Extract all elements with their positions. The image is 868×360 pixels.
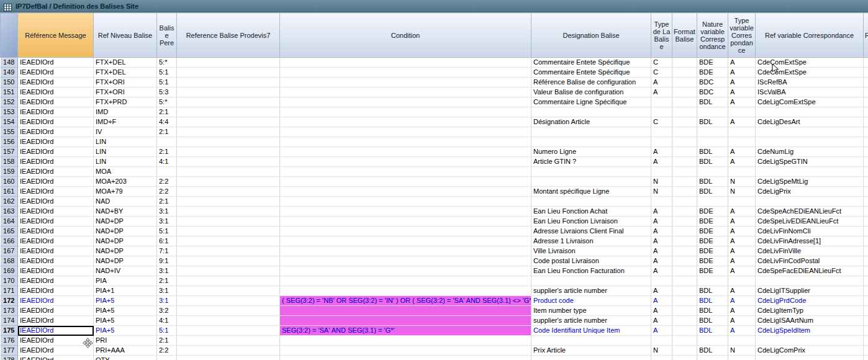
cell[interactable]: CdeLigComExtSpe [756,97,864,107]
cell[interactable] [672,58,697,68]
cell[interactable]: CdeLigPrix [756,187,864,197]
cell[interactable] [864,296,868,306]
col-header-nature-variable-correspondance[interactable]: Nature variable Correspondance [697,13,728,58]
cell[interactable]: 5:* [157,97,177,107]
cell[interactable] [728,167,756,177]
cell[interactable]: MOA+79 [94,187,157,197]
cell[interactable]: IEAEDIOrd [18,117,94,127]
cell[interactable]: PRI+AAA [94,346,157,356]
cell[interactable]: A [728,78,756,88]
cell[interactable] [864,177,868,187]
cell[interactable]: CdeLigComPrix [756,346,864,356]
cell[interactable]: A [728,296,756,306]
cell[interactable]: 2:2 [157,177,177,187]
cell[interactable]: A [728,306,756,316]
row-number[interactable]: 153 [1,107,18,117]
cell[interactable]: CdeLivFinNomCli [756,227,864,236]
cell[interactable]: 2:1 [157,336,177,346]
cell[interactable] [177,316,280,326]
cell[interactable]: BDE [697,68,728,78]
row-number[interactable]: 166 [1,236,18,246]
cell[interactable]: 5:3 [157,88,177,97]
cell[interactable] [864,137,868,147]
cell[interactable] [157,167,177,177]
cell[interactable]: Code postal Livraison [531,256,651,266]
cell[interactable] [864,256,868,266]
cell[interactable] [280,88,531,97]
cell[interactable] [672,336,697,346]
cell[interactable] [280,236,531,246]
cell[interactable] [651,127,672,137]
cell[interactable]: PIA [94,276,157,286]
col-header-f-clipped[interactable]: F [864,13,868,58]
cell[interactable]: PIA+1 [94,286,157,296]
cell[interactable] [177,286,280,296]
cell[interactable]: IEAEDIOrd [18,266,94,276]
cell[interactable] [177,58,280,68]
cell[interactable] [177,246,280,256]
cell[interactable]: BDL [697,346,728,356]
cell[interactable]: Ean Lieu Fonction Achat [531,207,651,217]
cell[interactable] [672,177,697,187]
cell[interactable] [864,336,868,346]
cell[interactable]: IEAEDIOrd [18,236,94,246]
cell[interactable]: IV [94,127,157,137]
cell[interactable] [280,58,531,68]
cell[interactable]: BDE [697,227,728,236]
cell[interactable] [672,197,697,207]
cell[interactable]: A [728,286,756,296]
col-header-designation-balise[interactable]: Designation Balise [531,13,651,58]
cell[interactable]: A [728,58,756,68]
row-number[interactable]: 158 [1,157,18,167]
cell[interactable]: 3:2 [157,306,177,316]
cell[interactable] [280,306,531,316]
row-number[interactable]: 156 [1,137,18,147]
row-number[interactable]: 151 [1,88,18,97]
row-number[interactable]: 159 [1,167,18,177]
cell[interactable]: QTY [94,356,157,360]
cell[interactable]: 5:* [157,58,177,68]
cell[interactable] [672,78,697,88]
row-number[interactable]: 161 [1,187,18,197]
cell[interactable]: FTX+DEL [94,68,157,78]
cell[interactable]: CdeLivFinCodPostal [756,256,864,266]
cell[interactable] [531,137,651,147]
cell[interactable]: Ean Lieu Fonction Facturation [531,266,651,276]
cell[interactable]: Ville Livraison [531,246,651,256]
cell[interactable]: BDL [697,97,728,107]
cell[interactable] [672,286,697,296]
cell[interactable]: CdeNumLig [756,147,864,157]
cell[interactable]: Désignation Article [531,117,651,127]
cell[interactable]: NAD+DP [94,236,157,246]
cell[interactable]: SEG(3:2) = 'SA' AND SEG(3.1) = 'G*' [280,326,531,336]
cell[interactable] [177,147,280,157]
cell[interactable] [864,78,868,88]
cell[interactable]: 5:1 [157,78,177,88]
cell[interactable] [672,326,697,336]
cell[interactable] [177,227,280,236]
cell[interactable]: IEAEDIOrd [18,88,94,97]
cell[interactable]: A [728,316,756,326]
cell[interactable]: 5:1 [157,68,177,78]
cell[interactable] [728,336,756,346]
cell[interactable] [672,107,697,117]
cell[interactable]: CdeLigSpeGTIN [756,157,864,167]
cell[interactable]: 4:1 [157,157,177,167]
cell[interactable] [280,117,531,127]
cell[interactable] [177,266,280,276]
cell[interactable] [672,236,697,246]
cell[interactable] [280,157,531,167]
cell[interactable] [280,286,531,296]
cell[interactable]: LIN [94,147,157,157]
col-header-type-variable-correspondance[interactable]: Type variable Correspondance [728,13,756,58]
cell[interactable] [651,137,672,147]
col-header-balise-pere[interactable]: Balise Pere [157,13,177,58]
cell[interactable]: BDL [697,157,728,167]
cell[interactable] [280,177,531,187]
cell[interactable] [280,147,531,157]
cell[interactable]: A [651,266,672,276]
row-number[interactable]: 163 [1,207,18,217]
cell[interactable] [728,137,756,147]
cell[interactable] [864,286,868,296]
cell[interactable]: A [651,326,672,336]
